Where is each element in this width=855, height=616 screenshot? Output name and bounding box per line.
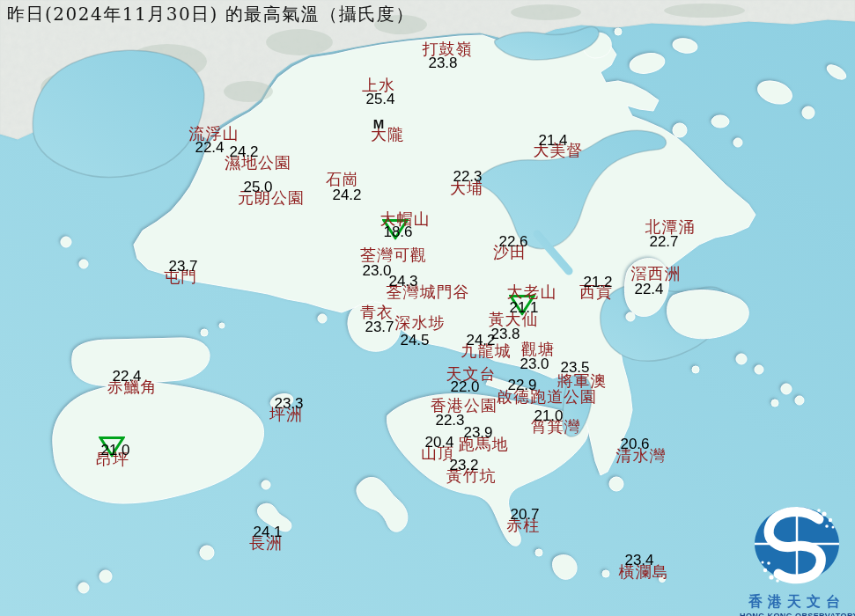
brothers-island-2	[219, 323, 225, 328]
beaufort-island	[535, 549, 542, 556]
shek-kwu-chau-island	[200, 546, 214, 560]
basalt-island	[736, 354, 747, 364]
brothers-island-1	[201, 329, 208, 336]
hko-logo-chinese-name: 香港天文台	[740, 593, 854, 612]
hko-logo-emblem	[740, 500, 854, 588]
ma-wan-island	[318, 314, 327, 323]
hko-logo-english-name: HONG KONG OBSERVATORY	[740, 612, 854, 616]
soko-island-2	[78, 583, 89, 593]
waglan-island	[660, 576, 666, 583]
hong-kong-basemap	[0, 0, 855, 616]
weather-map-page: 昨日(2024年11月30日) 的最高氣溫（攝氏度） 23.8打鼓嶺25.4上水…	[0, 0, 855, 616]
steep-island	[692, 366, 699, 373]
page-title: 昨日(2024年11月30日) 的最高氣溫（攝氏度）	[7, 3, 415, 26]
mirs-bay-island-2	[802, 106, 814, 119]
chek-chau-island	[733, 138, 742, 147]
port-island	[711, 115, 729, 128]
sharp-island	[626, 312, 635, 321]
tung-lung-island	[609, 477, 623, 491]
hko-logo: 香港天文台 HONG KONG OBSERVATORY	[740, 500, 854, 614]
ap-chau-island	[615, 28, 622, 35]
ninepin-island-1	[781, 384, 792, 394]
ninepin-island-3	[771, 400, 778, 407]
bluff-island	[755, 365, 763, 374]
soko-island-1	[100, 570, 112, 583]
sha-chau-island	[79, 260, 88, 268]
sung-kong-island	[602, 570, 609, 577]
lung-kwu-chau-island	[61, 237, 71, 247]
ninepin-island-2	[795, 396, 804, 405]
hei-ling-chau-island	[262, 480, 270, 489]
tap-mun-island	[673, 123, 687, 137]
